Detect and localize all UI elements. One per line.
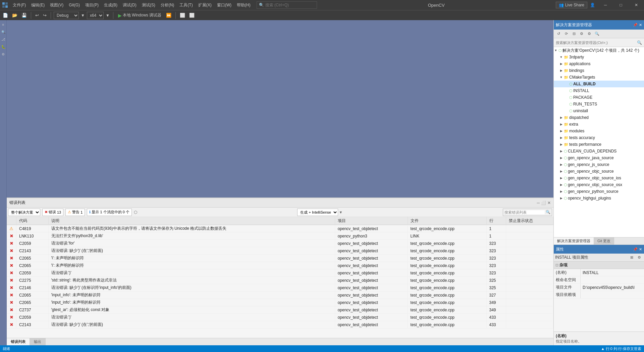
live-share-button[interactable]: 👥 Live Share	[556, 2, 587, 8]
table-row[interactable]: ✖ C2065 'input_info': 未声明的标识符 opencv_tes…	[7, 292, 553, 299]
table-row[interactable]: ✖ C2146 语法错误: 缺少')' (在标识符'input_info'的前面…	[7, 284, 553, 292]
tree-item[interactable]: ▶ 📁 dispatched	[554, 114, 644, 121]
panel-float-icon[interactable]: ⬜	[541, 201, 546, 205]
pause-button[interactable]: ⏩	[165, 11, 173, 19]
run-button[interactable]: ▶ 本地 Windows 调试器	[116, 12, 163, 19]
user-avatar[interactable]: 👤	[590, 3, 595, 7]
tab-output[interactable]: 输出	[30, 338, 46, 345]
menu-file[interactable]: 文件(F)	[10, 0, 29, 10]
tree-item[interactable]: ▶ ⬡ gen_opencv_objc_source_osx	[554, 181, 644, 188]
table-row[interactable]: ✖ C2275 'std::string': 将此类型用作表达式非法 openc…	[7, 277, 553, 284]
table-row[interactable]: ✖ C2065 'input_info': 未声明的标识符 opencv_tes…	[7, 299, 553, 306]
se-tab-solution[interactable]: 解决方案资源管理器	[554, 237, 594, 245]
menu-test[interactable]: 测试(S)	[139, 0, 158, 10]
minimize-button[interactable]: ─	[598, 0, 613, 10]
tree-item[interactable]: ▶ ⬡ gen_opencv_java_source	[554, 155, 644, 161]
se-tab-git[interactable]: Git 更改	[594, 237, 614, 245]
table-row[interactable]: ✖ C2065 'i': 未声明的标识符 opencv_test_objdete…	[7, 262, 553, 269]
col-line[interactable]: 行	[486, 217, 506, 225]
tree-item[interactable]: ▶ 📁 bindings	[554, 67, 644, 74]
tree-item[interactable]: ⬡ INSTALL	[554, 87, 644, 94]
table-row[interactable]: ✖ C2065 'i': 未声明的标识符 opencv_test_objdete…	[7, 255, 553, 262]
tree-item[interactable]: ⬡ ALL_BUILD	[554, 81, 644, 87]
table-row[interactable]: ✖ C2737 'gtest_ar': 必须初始化 const 对象 openc…	[7, 306, 553, 314]
se-tb-props[interactable]: ⚙	[586, 31, 593, 37]
props-settings-btn[interactable]: ⚙	[636, 254, 643, 261]
se-tb-search[interactable]: 🔍	[594, 31, 600, 37]
menu-window[interactable]: 窗口(W)	[214, 0, 234, 10]
activity-bar-item-2[interactable]: ⎇	[0, 36, 6, 42]
search-box[interactable]: 🔍	[257, 1, 317, 9]
tree-item[interactable]: ▶ 📁 tests performance	[554, 141, 644, 148]
props-pin-icon[interactable]: 📌	[633, 247, 638, 252]
tree-item[interactable]: ▶ ⬡ gen_opencv_js_source	[554, 161, 644, 168]
menu-build[interactable]: 生成(B)	[101, 0, 120, 10]
scope-select[interactable]: 整个解决方案	[8, 209, 40, 216]
warning-count-button[interactable]: ⚠ 警告 1	[65, 209, 85, 216]
se-tb-back[interactable]: ↺	[555, 31, 562, 37]
open-button[interactable]: 📂	[11, 11, 19, 19]
editor-area[interactable]	[7, 20, 553, 197]
menu-edit[interactable]: 编辑(E)	[29, 0, 47, 10]
new-file-button[interactable]: 📄	[1, 11, 9, 19]
se-search-box[interactable]: 🔍	[554, 38, 644, 47]
tree-item[interactable]: ▼ 📁 3rdparty	[554, 54, 644, 60]
col-code[interactable]: 代码	[16, 217, 49, 225]
table-row[interactable]: ✖ C2059 语法错误:')' opencv_test_objdetect t…	[7, 314, 553, 321]
col-desc[interactable]: 说明	[48, 217, 335, 225]
se-tb-filter[interactable]: ⚙	[578, 31, 585, 37]
search-errors-input[interactable]	[504, 210, 545, 214]
panel-close-icon[interactable]: ✕	[547, 201, 551, 205]
tree-item[interactable]: ▶ 📁 applications	[554, 60, 644, 67]
tree-item[interactable]: ⬡ uninstall	[554, 107, 644, 114]
solution-tree[interactable]: ▼ ⬡ 解决方案'OpenCV'(142 个项目，共 142 个) ▼ 📁 3r…	[554, 47, 644, 237]
se-tb-sync[interactable]: ⟳	[563, 31, 570, 37]
tree-item[interactable]: ▶ ⬡ gen_opencv_python_source	[554, 188, 644, 195]
search-errors-box[interactable]: 🔍	[503, 209, 552, 216]
arch-select[interactable]: x64 x86	[87, 12, 104, 19]
tree-item[interactable]: ▼ ⬡ 解决方案'OpenCV'(142 个项目，共 142 个)	[554, 47, 644, 54]
tree-item[interactable]: ▼ 📁 CMakeTargets	[554, 74, 644, 81]
menu-extensions[interactable]: 扩展(X)	[196, 0, 214, 10]
config-select[interactable]: Debug Release	[54, 12, 79, 19]
tree-item[interactable]: ▶ 📁 tests accuracy	[554, 134, 644, 141]
menu-project[interactable]: 项目(P)	[83, 0, 101, 10]
menu-help[interactable]: 帮助(H)	[234, 0, 253, 10]
props-close-icon[interactable]: ✕	[639, 247, 642, 252]
col-icon[interactable]	[7, 217, 16, 225]
menu-git[interactable]: Git(G)	[66, 0, 83, 10]
error-table-wrap[interactable]: 代码 说明 项目 文件 行 禁止显示状态 ⚠ C4819 该文件包含不能在当前代…	[7, 217, 553, 338]
tree-item[interactable]: ⬡ PACKAGE	[554, 94, 644, 101]
col-file[interactable]: 文件	[408, 217, 486, 225]
activity-bar-item-3[interactable]: 🐛	[0, 44, 6, 50]
col-suppress[interactable]: 禁止显示状态	[506, 217, 553, 225]
se-search-input[interactable]	[556, 41, 636, 45]
table-row[interactable]: ✖ LNK110 无法打开文件'python39_d.lib' opencv_p…	[7, 232, 553, 240]
tree-item[interactable]: ▶ ⬡ CLEAN_CUDA_DEPENDS	[554, 148, 644, 155]
tree-item[interactable]: ▶ ⬡ gen_opencv_objc_source	[554, 168, 644, 175]
restore-button[interactable]: □	[613, 0, 629, 10]
search-input[interactable]	[265, 3, 312, 7]
tab-errors[interactable]: 错误列表	[7, 338, 30, 345]
table-row[interactable]: ✖ C2143 语法错误: 缺少')' (在';'的前面) opencv_tes…	[7, 321, 553, 328]
props-grid-btn[interactable]: ⊞	[628, 254, 635, 261]
save-all-button[interactable]: 💾	[20, 11, 28, 19]
col-project[interactable]: 项目	[335, 217, 408, 225]
tree-item[interactable]: ▶ ⬡ gen_opencv_objc_source_ios	[554, 175, 644, 181]
extra-btn-1[interactable]: ⬜	[178, 11, 186, 19]
info-count-button[interactable]: ℹ 显示 1 个消息中的 0 个	[87, 209, 131, 216]
table-row[interactable]: ✖ C2059 语法错误:')' opencv_test_objdetect t…	[7, 269, 553, 277]
redo-button[interactable]: ↪	[42, 11, 48, 19]
menu-analyze[interactable]: 分析(N)	[158, 0, 177, 10]
table-row[interactable]: ✖ C2059 语法错误:'for' opencv_test_objdetect…	[7, 240, 553, 247]
activity-bar-item-1[interactable]: 🔍	[0, 29, 6, 35]
se-close-icon[interactable]: ✕	[639, 23, 642, 27]
panel-minimize-icon[interactable]: ─	[537, 201, 540, 205]
menu-view[interactable]: 视图(V)	[47, 0, 66, 10]
tree-item[interactable]: ▶ 📁 modules	[554, 128, 644, 134]
extra-btn-2[interactable]: ⬜	[188, 11, 196, 19]
tree-item[interactable]: ▶ 📁 extra	[554, 121, 644, 128]
table-row[interactable]: ✖ C2143 语法错误: 缺少')' (在';'的前面) opencv_tes…	[7, 247, 553, 255]
tree-item[interactable]: ⬡ RUN_TESTS	[554, 101, 644, 107]
error-count-button[interactable]: ✖ 错误 13	[42, 209, 63, 216]
